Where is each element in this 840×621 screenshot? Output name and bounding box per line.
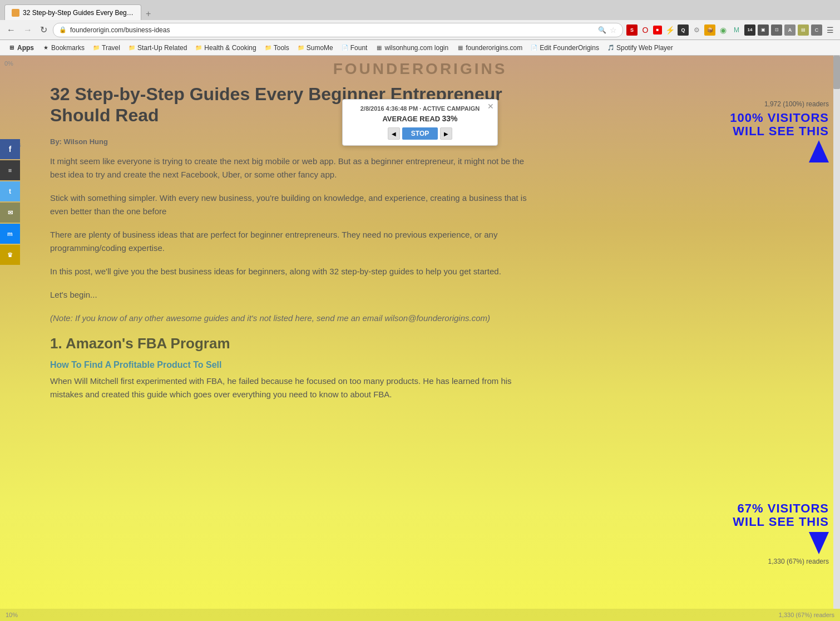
visitors-top-panel: 1,972 (100%) readers 100% VISITORS WILL … bbox=[730, 100, 829, 162]
popup-close-button[interactable]: ✕ bbox=[487, 102, 494, 111]
doc-icon-edit: 📄 bbox=[530, 44, 538, 52]
visitors-bottom-arrow bbox=[733, 532, 829, 554]
ext-icon-6[interactable]: ◉ bbox=[718, 24, 729, 36]
visitors-bottom-panel: 67% VISITORS WILL SEE THIS 1,330 (67%) r… bbox=[733, 502, 829, 565]
ext-icon-7[interactable]: M bbox=[731, 24, 742, 36]
twitter-share-button[interactable]: t bbox=[0, 181, 20, 201]
section1-heading: 1. Amazon's FBA Program bbox=[50, 335, 540, 352]
article-para-5: Let's begin... bbox=[50, 288, 540, 302]
arrow-down-icon bbox=[809, 532, 829, 554]
grid-icon-founder: ▦ bbox=[456, 44, 464, 52]
forward-button[interactable]: → bbox=[21, 24, 34, 36]
scroll-percent-bottom: 10% bbox=[6, 612, 18, 618]
bookmark-wilson[interactable]: ▦ wilsonhung.com login bbox=[372, 43, 452, 53]
section1-description: When Will Mitchell first experimented wi… bbox=[50, 374, 540, 401]
ext-icon-11[interactable]: A bbox=[784, 24, 795, 36]
bookmark-fount[interactable]: 📄 Fount bbox=[338, 43, 371, 53]
folder-icon-startup: 📁 bbox=[128, 44, 136, 52]
ext-icon-3[interactable]: Q bbox=[678, 24, 689, 36]
arrow-up-icon bbox=[809, 140, 829, 162]
nav-bar: ← → ↻ 🔒 founderorigin.com/business-ideas… bbox=[0, 20, 840, 40]
menu-button[interactable]: ☰ bbox=[824, 24, 836, 36]
page-content: FOUNDERORIGINS Shares f ≡ t ✉ m ♛ ✕ 2/8/… bbox=[0, 56, 840, 621]
site-logo: FOUNDERORIGINS bbox=[322, 56, 518, 82]
readers-bottom-bar: 1,330 (67%) readers bbox=[779, 612, 834, 618]
popup-title: 2/8/2016 4:36:48 PM · ACTIVE CAMPAIGN bbox=[352, 105, 488, 112]
tab-bar: 32 Step-by-Step Guides Every Beginner...… bbox=[0, 0, 840, 20]
bookmark-tools[interactable]: 📁 Tools bbox=[261, 43, 293, 53]
bookmark-founder[interactable]: ▦ founderorigins.com bbox=[453, 43, 526, 53]
ext-icon-4[interactable]: ⚙ bbox=[691, 24, 702, 36]
readers-count-top: 1,972 (100%) readers bbox=[730, 100, 829, 108]
ext-icon-9[interactable]: ▣ bbox=[758, 24, 769, 36]
url-text: founderorigin.com/business-ideas bbox=[70, 26, 595, 34]
popup-avg-read: AVERAGE READ 33% bbox=[352, 114, 488, 123]
bookmark-travel[interactable]: 📁 Travel bbox=[89, 43, 123, 53]
visitors-top-arrow bbox=[730, 140, 829, 162]
music-icon-spotify: 🎵 bbox=[607, 44, 615, 52]
bookmark-apps[interactable]: ⊞ Apps bbox=[4, 43, 37, 53]
share-buttons: f ≡ t ✉ m ♛ bbox=[0, 139, 20, 265]
ext-icon-1[interactable]: ■ bbox=[653, 26, 662, 34]
browser-window: 32 Step-by-Step Guides Every Beginner...… bbox=[0, 0, 840, 56]
king-share-button[interactable]: ♛ bbox=[0, 245, 20, 265]
refresh-button[interactable]: ↻ bbox=[38, 23, 50, 36]
popup-stop-button[interactable]: STOP bbox=[402, 127, 438, 140]
address-bar[interactable]: 🔒 founderorigin.com/business-ideas 🔍 ☆ bbox=[53, 23, 623, 37]
tab-title: 32 Step-by-Step Guides Every Beginner... bbox=[23, 9, 134, 17]
email-share-button[interactable]: ✉ bbox=[0, 203, 20, 223]
popup-controls: ◀ STOP ▶ bbox=[352, 127, 488, 140]
ext-icon-12[interactable]: ▤ bbox=[798, 24, 809, 36]
tab-favicon bbox=[12, 9, 19, 17]
article-para-2: Stick with something simpler. With every… bbox=[50, 191, 540, 218]
secure-icon: 🔒 bbox=[59, 26, 67, 33]
apps-grid-icon: ⊞ bbox=[8, 44, 16, 52]
opera-icon[interactable]: O bbox=[640, 24, 651, 36]
facebook-share-button[interactable]: f bbox=[0, 139, 20, 159]
bookmark-bookmarks[interactable]: ★ Bookmarks bbox=[38, 43, 88, 53]
section1-link[interactable]: How To Find A Profitable Product To Sell bbox=[50, 360, 540, 370]
bookmark-startup[interactable]: 📁 Start-Up Related bbox=[125, 43, 190, 53]
folder-icon-tools: 📁 bbox=[264, 44, 272, 52]
back-button[interactable]: ← bbox=[4, 24, 18, 36]
messenger-share-button[interactable]: m bbox=[0, 224, 20, 244]
new-tab-button[interactable]: + bbox=[141, 8, 155, 20]
visitors-bottom-label: 67% VISITORS WILL SEE THIS bbox=[733, 502, 829, 529]
scrollbar-thumb[interactable] bbox=[833, 56, 840, 89]
buffer-share-button[interactable]: ≡ bbox=[0, 160, 20, 180]
sumo-popup: ✕ 2/8/2016 4:36:48 PM · ACTIVE CAMPAIGN … bbox=[342, 99, 498, 146]
sumo-icon[interactable]: S bbox=[626, 24, 638, 36]
folder-icon-sumome: 📁 bbox=[297, 44, 305, 52]
ext-icon-5[interactable]: 📦 bbox=[704, 24, 715, 36]
bottom-bar: 10% 1,330 (67%) readers bbox=[0, 609, 840, 621]
bookmark-sumome[interactable]: 📁 SumoMe bbox=[294, 43, 337, 53]
visitors-top-label: 100% VISITORS WILL SEE THIS bbox=[730, 111, 829, 138]
article-para-3: There are plenty of business ideas that … bbox=[50, 228, 540, 255]
search-icon: 🔍 bbox=[598, 26, 606, 34]
readers-count-bottom: 1,330 (67%) readers bbox=[733, 558, 829, 565]
bookmark-health[interactable]: 📁 Health & Cooking bbox=[191, 43, 259, 53]
scrollbar[interactable] bbox=[833, 56, 840, 609]
doc-icon-fount: 📄 bbox=[341, 44, 349, 52]
bookmarks-bar: ⊞ Apps ★ Bookmarks 📁 Travel 📁 Start-Up R… bbox=[0, 40, 840, 56]
bookmark-icon[interactable]: ☆ bbox=[610, 26, 617, 34]
article-para-note: (Note: If you know of any other awesome … bbox=[50, 312, 540, 325]
scroll-percent-top: 0% bbox=[4, 60, 13, 67]
ext-icon-8[interactable]: 14 bbox=[744, 24, 755, 36]
active-tab[interactable]: 32 Step-by-Step Guides Every Beginner... bbox=[4, 4, 141, 20]
popup-next-button[interactable]: ▶ bbox=[440, 127, 452, 140]
folder-icon-travel: 📁 bbox=[92, 44, 100, 52]
popup-prev-button[interactable]: ◀ bbox=[388, 127, 400, 140]
nav-icons: S O ■ ⚡ Q ⚙ 📦 ◉ M 14 ▣ ⊡ A ▤ C ☰ bbox=[626, 24, 836, 36]
ext-icon-2[interactable]: ⚡ bbox=[664, 24, 675, 36]
ext-icon-10[interactable]: ⊡ bbox=[771, 24, 782, 36]
ext-icon-13[interactable]: C bbox=[811, 24, 822, 36]
bookmark-edit[interactable]: 📄 Edit FounderOrigins bbox=[527, 43, 602, 53]
grid-icon-wilson: ▦ bbox=[375, 44, 383, 52]
star-icon: ★ bbox=[42, 44, 50, 52]
bookmark-spotify[interactable]: 🎵 Spotify Web Player bbox=[604, 43, 676, 53]
logo-text: FOUNDERORIGINS bbox=[333, 60, 507, 77]
folder-icon-health: 📁 bbox=[195, 44, 202, 52]
article-para-1: It might seem like everyone is trying to… bbox=[50, 155, 540, 181]
article-para-4: In this post, we'll give you the best bu… bbox=[50, 265, 540, 278]
